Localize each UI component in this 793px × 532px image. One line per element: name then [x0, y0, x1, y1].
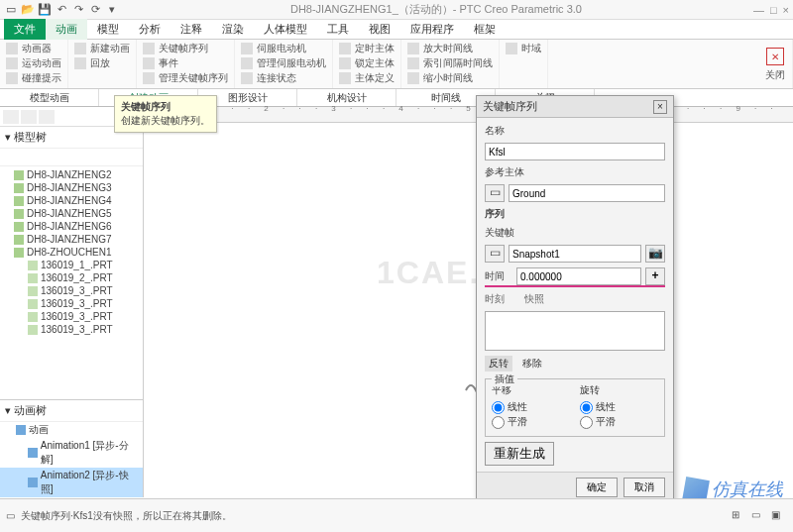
- menu-manikin[interactable]: 人体模型: [254, 19, 317, 40]
- rb-label[interactable]: 连接状态: [257, 71, 296, 85]
- tree-subnode[interactable]: 136019_3_.PRT: [0, 310, 143, 323]
- menu-analysis[interactable]: 分析: [129, 19, 170, 40]
- canvas-body[interactable]: 1CAE.COM ⊞ 🔍 Q ▣ ⛶: [144, 123, 793, 497]
- anim-item-selected[interactable]: Animation2 [异步-快照]: [0, 468, 143, 497]
- rot-smooth-radio[interactable]: [580, 416, 593, 429]
- rb-label[interactable]: 定时主体: [355, 42, 395, 55]
- dialog-close-icon[interactable]: ×: [653, 100, 667, 114]
- status-tool-icon[interactable]: ▭: [751, 509, 767, 523]
- rb-icon[interactable]: [241, 72, 253, 84]
- ref-pick-icon[interactable]: ▭: [485, 184, 505, 202]
- tree-node[interactable]: DH8-JIANZHENG3: [0, 181, 143, 194]
- rb-icon[interactable]: [143, 72, 155, 84]
- menu-tools[interactable]: 工具: [317, 19, 359, 40]
- tree-node[interactable]: DH8-JIANZHENG5: [0, 207, 143, 220]
- trans-smooth-radio[interactable]: [492, 416, 505, 429]
- filter-icon[interactable]: [40, 151, 56, 164]
- cancel-button[interactable]: 取消: [623, 478, 665, 497]
- tab-remove[interactable]: 移除: [518, 356, 546, 372]
- rb-icon[interactable]: [506, 43, 517, 54]
- rb-label[interactable]: 锁定主体: [355, 56, 395, 70]
- anim-item[interactable]: Animation1 [异步-分解]: [0, 438, 143, 468]
- tree-subnode[interactable]: 136019_1_.PRT: [0, 259, 143, 271]
- rot-linear-radio[interactable]: [580, 401, 593, 414]
- rb-label[interactable]: 缩小时间线: [423, 71, 473, 85]
- model-tree[interactable]: DH8-JIANZHENG2 DH8-JIANZHENG3 DH8-JIANZH…: [0, 166, 143, 399]
- tab-reverse[interactable]: 反转: [485, 356, 512, 372]
- tree-node[interactable]: DH8-JIANZHENG2: [0, 168, 143, 181]
- rb-label[interactable]: 碰撞提示: [22, 71, 61, 85]
- filter-icon[interactable]: [22, 151, 38, 164]
- tree-subnode[interactable]: 136019_3_.PRT: [0, 297, 143, 310]
- menu-render[interactable]: 渲染: [212, 19, 254, 40]
- rb-label[interactable]: 关键帧序列: [159, 42, 208, 55]
- snapshot-pick-icon[interactable]: ▭: [485, 245, 505, 263]
- trans-linear-radio[interactable]: [492, 401, 505, 414]
- maximize-button[interactable]: □: [770, 4, 777, 16]
- keyframe-listbox[interactable]: [485, 311, 665, 351]
- anim-tree[interactable]: 动画 Animation1 [异步-分解] Animation2 [异步-快照]: [0, 422, 143, 497]
- regenerate-button[interactable]: 重新生成: [485, 442, 554, 466]
- rb-label[interactable]: 管理伺服电动机: [257, 56, 326, 70]
- subtab-model-anim[interactable]: 模型动画: [0, 89, 99, 106]
- rb-icon[interactable]: [74, 57, 86, 69]
- qat-more-icon[interactable]: ▾: [105, 3, 119, 17]
- canvas[interactable]: · · · 1 · · · 2 · · · 3 · · · 4 · · · 5 …: [144, 107, 793, 497]
- tree-node[interactable]: DH8-JIANZHENG4: [0, 194, 143, 207]
- menu-annot[interactable]: 注释: [170, 19, 212, 40]
- side-tb-icon[interactable]: [39, 110, 55, 124]
- anim-tree-head[interactable]: ▾ 动画树: [0, 399, 143, 422]
- rb-label[interactable]: 回放: [90, 56, 110, 70]
- rb-icon[interactable]: [241, 57, 253, 69]
- tree-node[interactable]: DH8-JIANZHENG6: [0, 220, 143, 233]
- rb-icon[interactable]: [339, 57, 351, 69]
- side-tb-icon[interactable]: [3, 110, 19, 124]
- tree-node[interactable]: DH8-JIANZHENG7: [0, 233, 143, 246]
- rb-label[interactable]: 新建动画: [90, 42, 130, 55]
- rb-label[interactable]: 时域: [521, 42, 541, 55]
- snapshot-input[interactable]: [509, 245, 641, 263]
- dialog-titlebar[interactable]: 关键帧序列 ×: [477, 96, 673, 118]
- qat-undo-icon[interactable]: ↶: [55, 3, 68, 17]
- ok-button[interactable]: 确定: [576, 478, 618, 497]
- tree-subnode[interactable]: 136019_3_.PRT: [0, 323, 143, 336]
- snapshot-capture-icon[interactable]: 📷: [645, 245, 665, 263]
- rb-label[interactable]: 管理关键帧序列: [159, 71, 228, 85]
- close-button[interactable]: ×: [783, 4, 789, 16]
- menu-model[interactable]: 模型: [87, 19, 129, 40]
- menu-view[interactable]: 视图: [359, 19, 400, 40]
- side-tb-icon[interactable]: [21, 110, 37, 124]
- qat-new-icon[interactable]: ▭: [4, 3, 18, 17]
- qat-save-icon[interactable]: 💾: [38, 3, 52, 17]
- tree-subnode[interactable]: 136019_3_.PRT: [0, 284, 143, 297]
- tree-subnode[interactable]: 136019_2_.PRT: [0, 271, 143, 284]
- status-tool-icon[interactable]: ⊞: [732, 509, 747, 523]
- qat-refresh-icon[interactable]: ⟳: [88, 3, 102, 17]
- rb-label[interactable]: 事件: [159, 56, 178, 70]
- rb-icon[interactable]: [143, 43, 155, 54]
- rb-label[interactable]: 伺服电动机: [257, 42, 306, 55]
- rb-icon[interactable]: [143, 57, 155, 69]
- menu-frame[interactable]: 框架: [464, 19, 506, 40]
- anim-root[interactable]: 动画: [0, 422, 143, 438]
- tree-node[interactable]: DH8-ZHOUCHEN1: [0, 246, 143, 259]
- name-input[interactable]: [485, 143, 665, 160]
- rb-icon[interactable]: [339, 72, 351, 84]
- rb-icon[interactable]: [6, 57, 18, 69]
- add-keyframe-button[interactable]: +: [645, 267, 665, 285]
- status-tool-icon[interactable]: ▣: [771, 509, 787, 523]
- rb-label[interactable]: 索引间隔时间线: [423, 56, 493, 70]
- rb-icon[interactable]: [407, 72, 419, 84]
- menu-app[interactable]: 应用程序: [400, 19, 464, 40]
- rb-icon[interactable]: [339, 43, 351, 54]
- ref-input[interactable]: [509, 184, 665, 202]
- qat-open-icon[interactable]: 📂: [21, 3, 35, 17]
- filter-icon[interactable]: [4, 151, 20, 164]
- time-input[interactable]: [516, 267, 641, 285]
- rb-icon[interactable]: [407, 43, 419, 54]
- rb-icon[interactable]: [407, 57, 419, 69]
- rb-icon[interactable]: [6, 43, 18, 54]
- minimize-button[interactable]: —: [753, 4, 764, 16]
- qat-redo-icon[interactable]: ↷: [71, 3, 85, 17]
- menu-file[interactable]: 文件: [4, 19, 46, 40]
